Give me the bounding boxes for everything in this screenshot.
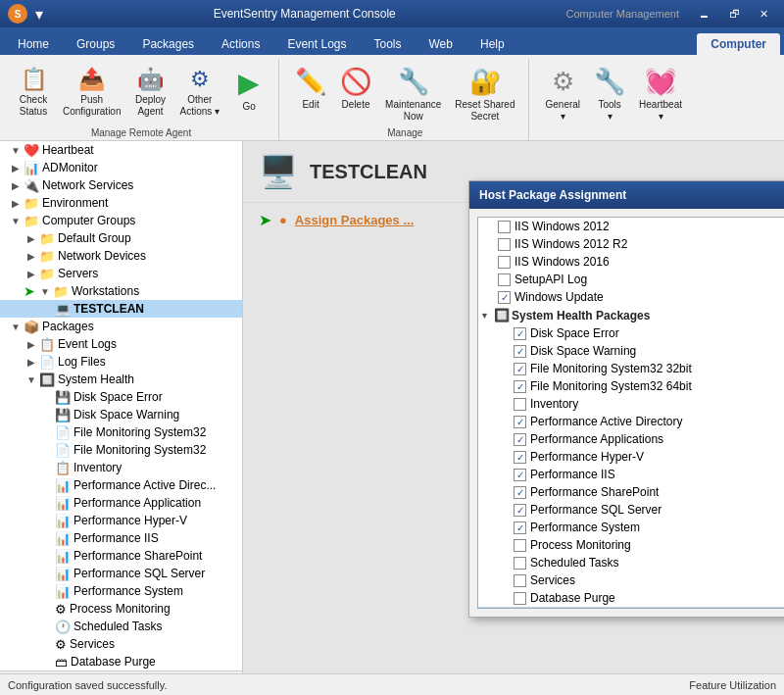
pkg-checkbox-perfapps[interactable] xyxy=(514,433,526,446)
pkg-checkbox-iis2012[interactable] xyxy=(498,221,511,233)
pkg-item-iis2012[interactable]: IIS Windows 2012 xyxy=(478,218,784,235)
ribbon-general[interactable]: ⚙ General▾ xyxy=(539,65,586,124)
tree-item-networkdevices[interactable]: ▶ 📁 Network Devices xyxy=(0,247,242,265)
tree-item-testclean[interactable]: 💻 TESTCLEAN xyxy=(0,300,242,318)
pkg-item-dse[interactable]: Disk Space Error xyxy=(478,324,784,342)
tree-item-defaultgroup[interactable]: ▶ 📁 Default Group xyxy=(0,229,242,247)
tree-item-systemhealth[interactable]: ▼ 🔲 System Health xyxy=(0,371,242,388)
pkg-checkbox-scheduledtasks[interactable] xyxy=(514,557,526,570)
pkg-checkbox-windowsupdate[interactable] xyxy=(498,291,511,304)
tree-item-perfsystem[interactable]: 📊 Performance System xyxy=(0,582,242,600)
pkg-item-processmon[interactable]: Process Monitoring xyxy=(478,536,784,554)
quick-access[interactable]: ▾ xyxy=(35,5,43,24)
ribbon-heartbeat[interactable]: 💓 Heartbeat▾ xyxy=(633,65,688,124)
tree-item-logfiles[interactable]: ▶ 📄 Log Files xyxy=(0,353,242,371)
close-button[interactable]: ✕ xyxy=(752,6,776,23)
ribbon-maintenance[interactable]: 🔧 MaintenanceNow xyxy=(379,65,447,124)
tree-item-perfactivedir[interactable]: 📊 Performance Active Direc... xyxy=(0,476,242,494)
pkg-checkbox-perfsharepoint[interactable] xyxy=(514,486,526,499)
tree-item-networkservices[interactable]: ▶ 🔌 Network Services xyxy=(0,176,242,194)
logfiles-expander[interactable]: ▶ xyxy=(24,354,39,370)
left-panel-scrollbar[interactable] xyxy=(0,670,242,673)
pkg-checkbox-filemon32bit[interactable] xyxy=(514,363,526,375)
tree-item-perfsql[interactable]: 📊 Performance SQL Server xyxy=(0,565,242,582)
ribbon-reset-secret[interactable]: 🔐 Reset SharedSecret xyxy=(449,65,520,124)
tab-web[interactable]: Web xyxy=(416,33,466,55)
pkg-checkbox-processmon[interactable] xyxy=(514,539,526,552)
compgroups-expander[interactable]: ▼ xyxy=(8,213,24,228)
ribbon-push-configuration[interactable]: 📤 PushConfiguration xyxy=(57,65,126,120)
tree-item-environment[interactable]: ▶ 📁 Environment xyxy=(0,194,242,212)
tree-item-filemon32b[interactable]: 📄 File Monitoring System32 xyxy=(0,441,242,459)
tree-item-filemon32a[interactable]: 📄 File Monitoring System32 xyxy=(0,423,242,441)
maximize-button[interactable]: 🗗 xyxy=(721,6,748,23)
pkg-checkbox-dsw[interactable] xyxy=(514,345,526,358)
pkg-item-dsw[interactable]: Disk Space Warning xyxy=(478,342,784,360)
pkg-checkbox-iis2016[interactable] xyxy=(498,256,511,269)
pkg-item-filemon64bit[interactable]: File Monitoring System32 64bit xyxy=(478,377,784,395)
tab-help[interactable]: Help xyxy=(466,33,518,55)
tree-item-inventory[interactable]: 📋 Inventory xyxy=(0,459,242,476)
tree-item-perfiis[interactable]: 📊 Performance IIS xyxy=(0,529,242,547)
tree-item-services[interactable]: ⚙ Services xyxy=(0,635,242,653)
tree-item-eventlogs[interactable]: ▶ 📋 Event Logs xyxy=(0,335,242,353)
pkg-checkbox-setupapi[interactable] xyxy=(498,273,511,286)
systemhealth-expander[interactable]: ▼ xyxy=(24,372,39,387)
netdevices-expander[interactable]: ▶ xyxy=(24,248,39,264)
tree-item-packages[interactable]: ▼ 📦 Packages xyxy=(0,318,242,335)
ribbon-delete[interactable]: 🚫 Delete xyxy=(334,65,377,113)
ribbon-edit[interactable]: ✏️ Edit xyxy=(289,65,332,113)
tree-item-heartbeat[interactable]: ▼ ❤️ Heartbeat xyxy=(0,141,242,159)
tree-item-dbpurge[interactable]: 🗃 Database Purge xyxy=(0,653,242,670)
tree-item-diskspacewarning[interactable]: 💾 Disk Space Warning xyxy=(0,406,242,423)
pkg-group-systemhealth[interactable]: ▼ 🔲 System Health Packages xyxy=(478,306,784,324)
packages-expander[interactable]: ▼ xyxy=(8,319,24,334)
tree-item-workstations[interactable]: ➤ ▼ 📁 Workstations xyxy=(0,282,242,300)
pkg-item-perfsql[interactable]: Performance SQL Server xyxy=(478,501,784,519)
pkg-item-perfsystem[interactable]: Performance System xyxy=(478,519,784,536)
ribbon-go[interactable]: ▶ Go xyxy=(227,65,270,115)
pkg-item-windowsupdate[interactable]: Windows Update xyxy=(478,288,784,306)
tree-item-perfhyperv[interactable]: 📊 Performance Hyper-V xyxy=(0,512,242,529)
defaultgroup-expander[interactable]: ▶ xyxy=(24,230,39,246)
workstations-expander[interactable]: ▼ xyxy=(37,283,53,299)
tree-item-servers[interactable]: ▶ 📁 Servers xyxy=(0,265,242,282)
tab-eventlogs[interactable]: Event Logs xyxy=(273,33,360,55)
pkg-checkbox-perfsql[interactable] xyxy=(514,504,526,517)
pkg-item-iis2012r2[interactable]: IIS Windows 2012 R2 xyxy=(478,235,784,253)
tab-packages[interactable]: Packages xyxy=(128,33,208,55)
pkg-checkbox-perfiis[interactable] xyxy=(514,469,526,481)
pkg-checkbox-services[interactable] xyxy=(514,574,526,587)
tree-item-computergroups[interactable]: ▼ 📁 Computer Groups xyxy=(0,212,242,229)
pkg-item-dbpurge[interactable]: Database Purge xyxy=(478,589,784,607)
pkg-checkbox-perfhyperv[interactable] xyxy=(514,451,526,464)
tab-actions[interactable]: Actions xyxy=(208,33,273,55)
pkg-checkbox-dse[interactable] xyxy=(514,327,526,340)
env-expander[interactable]: ▶ xyxy=(8,195,24,211)
syshealth-expander[interactable]: ▼ xyxy=(480,311,492,321)
ribbon-check-status[interactable]: 📋 CheckStatus xyxy=(12,65,55,120)
pkg-item-scheduledtasks[interactable]: Scheduled Tasks xyxy=(478,554,784,571)
tab-groups[interactable]: Groups xyxy=(63,33,128,55)
pkg-item-inventory[interactable]: Inventory xyxy=(478,395,784,413)
pkg-item-perfsharepoint[interactable]: Performance SharePoint xyxy=(478,483,784,501)
tab-tools[interactable]: Tools xyxy=(360,33,415,55)
pkg-checkbox-perfad[interactable] xyxy=(514,416,526,428)
pkg-checkbox-perfsystem[interactable] xyxy=(514,521,526,534)
dialog-package-list[interactable]: IIS Windows 2012 IIS Windows 2012 R2 IIS… xyxy=(477,217,784,609)
ribbon-tools[interactable]: 🔧 Tools▾ xyxy=(588,65,631,124)
pkg-checkbox-iis2012r2[interactable] xyxy=(498,238,511,251)
pkg-item-filemon32bit[interactable]: File Monitoring System32 32bit xyxy=(478,360,784,377)
pkg-checkbox-dbpurge[interactable] xyxy=(514,592,526,605)
eventlogs-expander[interactable]: ▶ xyxy=(24,336,39,352)
pkg-checkbox-inventory[interactable] xyxy=(514,398,526,411)
pkg-checkbox-filemon64bit[interactable] xyxy=(514,380,526,393)
tree-item-perfsharepoint[interactable]: 📊 Performance SharePoint xyxy=(0,547,242,565)
pkg-item-services[interactable]: Services xyxy=(478,571,784,589)
minimize-button[interactable]: 🗕 xyxy=(691,6,717,23)
ribbon-other-actions[interactable]: ⚙ OtherActions ▾ xyxy=(173,65,225,120)
tree-item-perfapp[interactable]: 📊 Performance Application xyxy=(0,494,242,512)
tab-computer[interactable]: Computer xyxy=(697,33,780,55)
tab-home[interactable]: Home xyxy=(4,33,63,55)
pkg-item-perfhyperv[interactable]: Performance Hyper-V xyxy=(478,448,784,466)
